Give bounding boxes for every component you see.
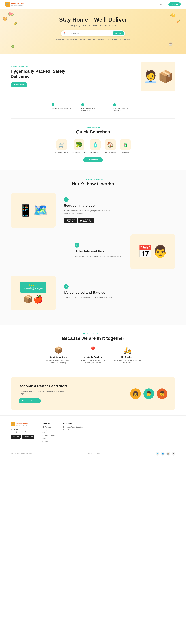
hero-subtitle: Get your groceries delivered in less tha… bbox=[5, 24, 181, 27]
no-min-icon: 📦 bbox=[45, 346, 72, 354]
footer-advertise[interactable]: Advertise bbox=[94, 453, 100, 454]
qs-item-personal[interactable]: 🧴 Personal Care bbox=[90, 139, 100, 153]
twitter-icon[interactable]: 🐦 bbox=[156, 452, 159, 456]
footer: 🛒 Fresh Grocery Stay Home Stay Safe Help… bbox=[0, 416, 186, 460]
hiw-illustration-1: 📱🗺️ bbox=[11, 193, 56, 228]
qs-title: Quick Searches bbox=[11, 129, 175, 134]
safe-left: #GroceryDeliveredSafely Hygenically Pack… bbox=[11, 66, 66, 87]
why-title-no-min: No Minimum Order bbox=[45, 356, 72, 358]
how-it-works-section: Get delivered in 3 easy steps Here's how… bbox=[0, 170, 186, 325]
hiw-tag: Get delivered in 3 easy steps bbox=[11, 178, 175, 180]
footer-questions-title: Questions? bbox=[63, 422, 83, 424]
rating-stars: ★★★★★ bbox=[22, 284, 44, 286]
search-button[interactable]: Search bbox=[112, 31, 124, 35]
instagram-icon[interactable]: 📸 bbox=[166, 452, 170, 456]
login-button[interactable]: Log In bbox=[158, 2, 167, 6]
step-num-1: 1 bbox=[64, 197, 69, 202]
city-phoenix[interactable]: PHOENIX bbox=[98, 39, 104, 40]
footer-logo-tagline: Stay Home Stay Safe bbox=[16, 424, 28, 426]
qs-label-personal: Personal Care bbox=[90, 151, 100, 153]
hero-float-2: 🍔 bbox=[3, 16, 7, 21]
qs-item-beverages[interactable]: 🧃 Beverages bbox=[120, 139, 131, 153]
step-title-3: It's delivered and Rate us bbox=[64, 290, 112, 295]
why-grid: 📦 No Minimum Order No order value restri… bbox=[11, 346, 175, 364]
footer-my-account[interactable]: My Account bbox=[42, 426, 55, 428]
qs-label-vegetables: Vegetables & Fruits bbox=[72, 151, 86, 153]
footer-categories[interactable]: Categories bbox=[42, 429, 55, 431]
google-play-name: Google Play bbox=[83, 220, 92, 222]
feature-fever: ✓ Fever screening of all executives bbox=[113, 103, 134, 112]
footer-help-center[interactable]: Help Center bbox=[11, 428, 34, 430]
tracking-icon: 📍 bbox=[80, 346, 106, 354]
partner-left: Become a Partner and start You can login… bbox=[19, 384, 69, 404]
why-title-24x7: 24 x 7 delivery bbox=[114, 356, 141, 358]
footer-logo: 🛒 Fresh Grocery Stay Home Stay Safe bbox=[11, 422, 34, 426]
feature-cleaning: ✓ Regular cleaning of warehouses bbox=[81, 103, 102, 112]
safe-tag: #GroceryDeliveredSafely bbox=[11, 66, 66, 67]
footer-privacy[interactable]: Privacy bbox=[88, 453, 92, 454]
why-title: Because we are in it together bbox=[11, 336, 175, 341]
footer-top: 🛒 Fresh Grocery Stay Home Stay Safe Help… bbox=[11, 422, 175, 444]
hiw-step-1: 📱🗺️ 1 Request in the app Set your delive… bbox=[11, 193, 175, 228]
youtube-icon[interactable]: ▶ bbox=[172, 452, 175, 456]
qs-item-grocery[interactable]: 🛒 Grocery & Staples bbox=[55, 139, 68, 153]
why-item-tracking: 📍 Live Order Tracking Track your order a… bbox=[80, 346, 106, 364]
footer-careers[interactable]: Careers bbox=[42, 441, 55, 442]
feature-zero-touch: ✓ Zero touch delivery options bbox=[52, 103, 71, 112]
qs-label-grocery: Grocery & Staples bbox=[55, 151, 68, 153]
city-san-antonio[interactable]: SAN ANTONIO bbox=[120, 39, 130, 40]
hiw-illustration-3: ★★★★★ I'm so satisfied with grocery stor… bbox=[11, 276, 56, 310]
app-store-button[interactable]: Download on the App Store bbox=[64, 218, 77, 223]
become-partner-button[interactable]: Become a Partner bbox=[19, 398, 41, 404]
explore-more-button[interactable]: Explore More bbox=[83, 157, 103, 162]
check-icon-2: ✓ bbox=[81, 103, 84, 106]
city-new-york[interactable]: NEW YORK bbox=[56, 39, 64, 40]
footer-cities[interactable]: Cities bbox=[42, 432, 55, 434]
footer-contact[interactable]: Contact Us bbox=[63, 429, 83, 431]
play-icon: ▶ bbox=[80, 219, 82, 222]
signup-button[interactable]: Sign up bbox=[169, 2, 181, 6]
footer-blog[interactable]: Blog bbox=[42, 438, 55, 440]
why-choose-section: Why Choose Fresh Grocery Because we are … bbox=[0, 325, 186, 372]
safe-section: #GroceryDeliveredSafely Hygenically Pack… bbox=[0, 54, 186, 99]
app-store-name: App Store bbox=[67, 220, 75, 222]
city-chicago[interactable]: CHICAGO bbox=[79, 39, 86, 40]
footer-about-col: About us My Account Categories Cities Be… bbox=[42, 422, 55, 444]
footer-become-partner[interactable]: Become a Partner bbox=[42, 435, 55, 437]
footer-faq[interactable]: Frequently Asked Questions bbox=[63, 426, 83, 428]
partner-avatar-1: 👩 bbox=[130, 388, 141, 399]
why-desc-24x7: Order anytime, anywhere. We will get you… bbox=[114, 359, 141, 364]
hiw-step-3: ★★★★★ I'm so satisfied with grocery stor… bbox=[11, 276, 175, 310]
footer-app-store-button[interactable]: App Store bbox=[11, 435, 21, 438]
qs-item-home[interactable]: 🏠 Home & Kitchen bbox=[104, 139, 116, 153]
search-input[interactable] bbox=[67, 32, 110, 34]
step-title-2: Schedule and Pay bbox=[75, 249, 122, 253]
city-los-angeles[interactable]: LOS ANGELES bbox=[67, 39, 77, 40]
logo-icon: 🛒 bbox=[5, 2, 10, 7]
why-item-no-min: 📦 No Minimum Order No order value restri… bbox=[45, 346, 72, 364]
city-philadelphia[interactable]: PHILADELPHIA bbox=[107, 39, 117, 40]
city-houston[interactable]: HOUSTON bbox=[88, 39, 95, 40]
safe-title: Hygenically Packed, Safely Delivered bbox=[11, 69, 66, 79]
google-play-text: GET IT ON Google Play bbox=[83, 219, 92, 222]
rating-text: I'm so satisfied with grocery store orga… bbox=[22, 287, 44, 291]
location-icon: 📍 bbox=[63, 32, 66, 34]
hero-float-7: 🌿 bbox=[11, 45, 15, 48]
facebook-icon[interactable]: 📘 bbox=[161, 452, 165, 456]
hiw-step-2: 📅👨 2 Schedule and Pay Schedule the deliv… bbox=[11, 234, 175, 269]
footer-google-play-button[interactable]: ▶ Google Play bbox=[22, 435, 34, 438]
footer-social: 🐦 📘 📸 ▶ bbox=[156, 452, 175, 456]
google-play-button[interactable]: ▶ GET IT ON Google Play bbox=[78, 218, 94, 223]
learn-more-button[interactable]: Learn More bbox=[11, 82, 27, 87]
qs-item-vegetables[interactable]: 🥦 Vegetables & Fruits bbox=[72, 139, 86, 153]
feature-text-1: Zero touch delivery options bbox=[52, 107, 71, 110]
grocery-icon: 🛒 bbox=[56, 139, 67, 150]
footer-logo-icon: 🛒 bbox=[11, 422, 15, 426]
qs-grid: 🛒 Grocery & Staples 🥦 Vegetables & Fruit… bbox=[11, 139, 175, 153]
hero-float-5: 🥕 bbox=[176, 19, 181, 24]
footer-language: English (International) bbox=[11, 431, 34, 433]
check-icon-3: ✓ bbox=[113, 103, 116, 106]
footer-brand: 🛒 Fresh Grocery Stay Home Stay Safe Help… bbox=[11, 422, 34, 444]
step-num-2: 2 bbox=[75, 243, 79, 248]
partner-section: Become a Partner and start You can login… bbox=[11, 377, 175, 410]
